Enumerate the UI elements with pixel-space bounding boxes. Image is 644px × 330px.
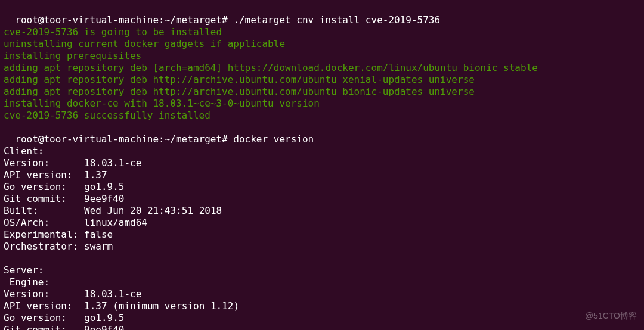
- output-line: installing docker-ce with 18.03.1~ce~3-0…: [4, 98, 640, 110]
- field-value: 9ee9f40: [84, 193, 124, 205]
- field-value: 1.37: [84, 169, 107, 181]
- blank-line: [4, 253, 640, 264]
- install-output: cve-2019-5736 is going to be installed u…: [4, 26, 640, 122]
- client-header: Client:: [4, 145, 640, 157]
- field-value: 18.03.1-ce: [84, 157, 141, 169]
- field-label: Built:: [4, 205, 84, 217]
- field-value: linux/amd64: [84, 217, 147, 229]
- field-value: 18.03.1-ce: [84, 288, 141, 300]
- field-value: Wed Jun 20 21:43:51 2018: [84, 205, 222, 217]
- client-row: Version:18.03.1-ce: [4, 157, 640, 169]
- shell-command: docker version: [233, 133, 314, 145]
- output-line: adding apt repository deb [arch=amd64] h…: [4, 62, 640, 74]
- field-label: Go version:: [4, 181, 84, 193]
- output-line: cve-2019-5736 successfully installed: [4, 110, 640, 122]
- prompt-line-1[interactable]: root@toor-virtual-machine:~/metarget# ./…: [4, 2, 640, 26]
- field-value: 1.37 (minimum version 1.12): [84, 300, 239, 312]
- field-label: Git commit:: [4, 193, 84, 205]
- engine-header: Engine:: [4, 276, 640, 288]
- server-row: Version:18.03.1-ce: [4, 288, 640, 300]
- field-value: swarm: [84, 241, 113, 253]
- field-label: API version:: [4, 300, 84, 312]
- client-row: Go version:go1.9.5: [4, 181, 640, 193]
- output-line: uninstalling current docker gadgets if a…: [4, 38, 640, 50]
- server-row: API version:1.37 (minimum version 1.12): [4, 300, 640, 312]
- shell-prompt: root@toor-virtual-machine:~/metarget#: [15, 133, 233, 145]
- client-row: OS/Arch:linux/amd64: [4, 217, 640, 229]
- field-value: go1.9.5: [84, 181, 124, 193]
- field-label: Version:: [4, 288, 84, 300]
- field-label: Orchestrator:: [4, 241, 84, 253]
- shell-command: ./metarget cnv install cve-2019-5736: [233, 14, 440, 26]
- docker-version-output: Client: Version:18.03.1-ce API version:1…: [4, 145, 640, 330]
- field-label: API version:: [4, 169, 84, 181]
- server-header: Server:: [4, 264, 640, 276]
- output-line: installing prerequisites: [4, 50, 640, 62]
- field-label: Git commit:: [4, 324, 84, 330]
- server-row: Git commit:9ee9f40: [4, 324, 640, 330]
- client-row: Experimental:false: [4, 229, 640, 241]
- client-row: API version:1.37: [4, 169, 640, 181]
- field-label: Version:: [4, 157, 84, 169]
- client-row: Orchestrator:swarm: [4, 241, 640, 253]
- field-value: go1.9.5: [84, 312, 124, 324]
- watermark-text: @51CTO博客: [585, 310, 637, 322]
- server-row: Go version:go1.9.5: [4, 312, 640, 324]
- field-value: false: [84, 229, 113, 241]
- prompt-line-2[interactable]: root@toor-virtual-machine:~/metarget# do…: [4, 122, 640, 145]
- shell-prompt: root@toor-virtual-machine:~/metarget#: [15, 14, 233, 26]
- field-label: Go version:: [4, 312, 84, 324]
- field-label: Experimental:: [4, 229, 84, 241]
- output-line: adding apt repository deb http://archive…: [4, 86, 640, 98]
- field-value: 9ee9f40: [84, 324, 124, 330]
- client-row: Built:Wed Jun 20 21:43:51 2018: [4, 205, 640, 217]
- field-label: OS/Arch:: [4, 217, 84, 229]
- output-line: cve-2019-5736 is going to be installed: [4, 26, 640, 38]
- client-row: Git commit:9ee9f40: [4, 193, 640, 205]
- output-line: adding apt repository deb http://archive…: [4, 74, 640, 86]
